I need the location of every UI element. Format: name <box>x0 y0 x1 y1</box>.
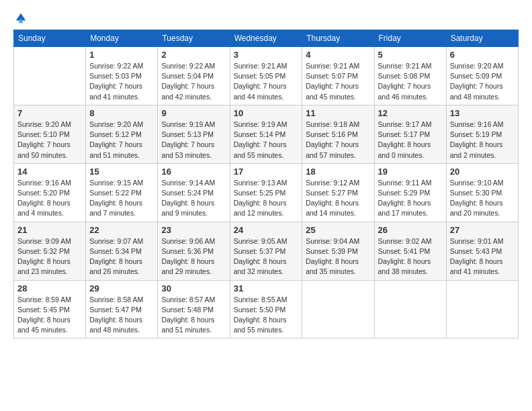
day-info: Sunrise: 8:59 AM Sunset: 5:45 PM Dayligh… <box>17 295 82 336</box>
day-number: 31 <box>234 283 299 293</box>
calendar-cell: 7Sunrise: 9:20 AM Sunset: 5:10 PM Daylig… <box>14 105 86 163</box>
day-info: Sunrise: 9:22 AM Sunset: 5:04 PM Dayligh… <box>161 61 226 102</box>
day-info: Sunrise: 9:11 AM Sunset: 5:29 PM Dayligh… <box>378 178 443 219</box>
day-number: 18 <box>306 167 370 177</box>
day-info: Sunrise: 9:02 AM Sunset: 5:41 PM Dayligh… <box>378 236 443 277</box>
week-row-3: 14Sunrise: 9:16 AM Sunset: 5:20 PM Dayli… <box>14 163 519 222</box>
day-number: 2 <box>161 50 226 60</box>
day-info: Sunrise: 9:16 AM Sunset: 5:20 PM Dayligh… <box>17 178 82 219</box>
logo-icon <box>15 12 27 24</box>
day-number: 10 <box>234 108 299 118</box>
day-info: Sunrise: 9:19 AM Sunset: 5:13 PM Dayligh… <box>161 120 226 161</box>
day-info: Sunrise: 9:15 AM Sunset: 5:22 PM Dayligh… <box>89 178 154 219</box>
day-info: Sunrise: 9:01 AM Sunset: 5:43 PM Dayligh… <box>450 236 515 277</box>
day-info: Sunrise: 9:09 AM Sunset: 5:32 PM Dayligh… <box>17 236 82 277</box>
day-number: 11 <box>306 108 370 118</box>
day-info: Sunrise: 9:18 AM Sunset: 5:16 PM Dayligh… <box>306 120 370 161</box>
day-info: Sunrise: 9:12 AM Sunset: 5:27 PM Dayligh… <box>306 178 370 219</box>
day-number: 9 <box>161 108 226 118</box>
day-info: Sunrise: 9:20 AM Sunset: 5:09 PM Dayligh… <box>450 61 515 102</box>
calendar-cell: 18Sunrise: 9:12 AM Sunset: 5:27 PM Dayli… <box>302 163 374 222</box>
day-header-tuesday: Tuesday <box>158 30 230 47</box>
day-info: Sunrise: 8:55 AM Sunset: 5:50 PM Dayligh… <box>234 295 299 336</box>
day-number: 4 <box>306 50 370 60</box>
calendar-cell: 16Sunrise: 9:14 AM Sunset: 5:24 PM Dayli… <box>158 163 230 222</box>
day-info: Sunrise: 8:58 AM Sunset: 5:47 PM Dayligh… <box>89 295 154 336</box>
header <box>13 12 519 24</box>
day-number: 22 <box>89 225 154 235</box>
calendar-cell: 10Sunrise: 9:19 AM Sunset: 5:14 PM Dayli… <box>230 105 302 163</box>
day-info: Sunrise: 9:10 AM Sunset: 5:30 PM Dayligh… <box>450 178 515 219</box>
calendar-cell <box>302 280 374 338</box>
calendar-table: SundayMondayTuesdayWednesdayThursdayFrid… <box>13 30 519 338</box>
day-number: 8 <box>89 108 154 118</box>
calendar-cell <box>374 280 446 338</box>
calendar-cell: 31Sunrise: 8:55 AM Sunset: 5:50 PM Dayli… <box>230 280 302 338</box>
day-number: 1 <box>89 50 154 60</box>
day-info: Sunrise: 9:21 AM Sunset: 5:08 PM Dayligh… <box>378 61 443 102</box>
day-number: 27 <box>450 225 515 235</box>
day-info: Sunrise: 9:04 AM Sunset: 5:39 PM Dayligh… <box>306 236 370 277</box>
day-number: 16 <box>161 167 226 177</box>
calendar-cell: 9Sunrise: 9:19 AM Sunset: 5:13 PM Daylig… <box>158 105 230 163</box>
day-info: Sunrise: 9:07 AM Sunset: 5:34 PM Dayligh… <box>89 236 154 277</box>
week-row-2: 7Sunrise: 9:20 AM Sunset: 5:10 PM Daylig… <box>14 105 519 163</box>
calendar-cell: 14Sunrise: 9:16 AM Sunset: 5:20 PM Dayli… <box>14 163 86 222</box>
calendar-cell: 28Sunrise: 8:59 AM Sunset: 5:45 PM Dayli… <box>14 280 86 338</box>
day-header-friday: Friday <box>374 30 446 47</box>
day-header-monday: Monday <box>86 30 158 47</box>
calendar-cell: 20Sunrise: 9:10 AM Sunset: 5:30 PM Dayli… <box>446 163 518 222</box>
calendar-cell: 27Sunrise: 9:01 AM Sunset: 5:43 PM Dayli… <box>446 222 518 280</box>
day-info: Sunrise: 9:17 AM Sunset: 5:17 PM Dayligh… <box>378 120 443 161</box>
page: SundayMondayTuesdayWednesdayThursdayFrid… <box>0 0 532 411</box>
day-header-saturday: Saturday <box>446 30 518 47</box>
day-number: 12 <box>378 108 443 118</box>
day-header-wednesday: Wednesday <box>230 30 302 47</box>
day-info: Sunrise: 9:13 AM Sunset: 5:25 PM Dayligh… <box>234 178 299 219</box>
calendar-cell: 19Sunrise: 9:11 AM Sunset: 5:29 PM Dayli… <box>374 163 446 222</box>
week-row-4: 21Sunrise: 9:09 AM Sunset: 5:32 PM Dayli… <box>14 222 519 280</box>
day-number: 19 <box>378 167 443 177</box>
calendar-cell: 12Sunrise: 9:17 AM Sunset: 5:17 PM Dayli… <box>374 105 446 163</box>
day-number: 30 <box>161 283 226 293</box>
day-info: Sunrise: 9:14 AM Sunset: 5:24 PM Dayligh… <box>161 178 226 219</box>
calendar-cell: 6Sunrise: 9:20 AM Sunset: 5:09 PM Daylig… <box>446 47 518 105</box>
calendar-cell: 22Sunrise: 9:07 AM Sunset: 5:34 PM Dayli… <box>86 222 158 280</box>
calendar-cell: 21Sunrise: 9:09 AM Sunset: 5:32 PM Dayli… <box>14 222 86 280</box>
day-number: 24 <box>234 225 299 235</box>
day-number: 20 <box>450 167 515 177</box>
day-number: 28 <box>17 283 82 293</box>
calendar-cell: 26Sunrise: 9:02 AM Sunset: 5:41 PM Dayli… <box>374 222 446 280</box>
day-number: 3 <box>234 50 299 60</box>
calendar-cell: 1Sunrise: 9:22 AM Sunset: 5:03 PM Daylig… <box>86 47 158 105</box>
day-number: 15 <box>89 167 154 177</box>
calendar-cell: 17Sunrise: 9:13 AM Sunset: 5:25 PM Dayli… <box>230 163 302 222</box>
day-number: 25 <box>306 225 370 235</box>
day-number: 21 <box>17 225 82 235</box>
calendar-cell: 30Sunrise: 8:57 AM Sunset: 5:48 PM Dayli… <box>158 280 230 338</box>
calendar-cell: 5Sunrise: 9:21 AM Sunset: 5:08 PM Daylig… <box>374 47 446 105</box>
calendar-cell <box>14 47 86 105</box>
calendar-cell: 24Sunrise: 9:05 AM Sunset: 5:37 PM Dayli… <box>230 222 302 280</box>
day-number: 26 <box>378 225 443 235</box>
calendar-cell <box>446 280 518 338</box>
day-number: 13 <box>450 108 515 118</box>
calendar-cell: 15Sunrise: 9:15 AM Sunset: 5:22 PM Dayli… <box>86 163 158 222</box>
calendar-cell: 25Sunrise: 9:04 AM Sunset: 5:39 PM Dayli… <box>302 222 374 280</box>
calendar-cell: 29Sunrise: 8:58 AM Sunset: 5:47 PM Dayli… <box>86 280 158 338</box>
day-header-thursday: Thursday <box>302 30 374 47</box>
day-number: 14 <box>17 167 82 177</box>
day-number: 17 <box>234 167 299 177</box>
day-number: 6 <box>450 50 515 60</box>
day-info: Sunrise: 9:20 AM Sunset: 5:10 PM Dayligh… <box>17 120 82 161</box>
day-number: 29 <box>89 283 154 293</box>
calendar-cell: 8Sunrise: 9:20 AM Sunset: 5:12 PM Daylig… <box>86 105 158 163</box>
day-number: 5 <box>378 50 443 60</box>
day-number: 7 <box>17 108 82 118</box>
day-header-sunday: Sunday <box>14 30 86 47</box>
calendar-cell: 11Sunrise: 9:18 AM Sunset: 5:16 PM Dayli… <box>302 105 374 163</box>
day-info: Sunrise: 8:57 AM Sunset: 5:48 PM Dayligh… <box>161 295 226 336</box>
calendar-cell: 13Sunrise: 9:16 AM Sunset: 5:19 PM Dayli… <box>446 105 518 163</box>
calendar-cell: 2Sunrise: 9:22 AM Sunset: 5:04 PM Daylig… <box>158 47 230 105</box>
day-info: Sunrise: 9:21 AM Sunset: 5:07 PM Dayligh… <box>306 61 370 102</box>
